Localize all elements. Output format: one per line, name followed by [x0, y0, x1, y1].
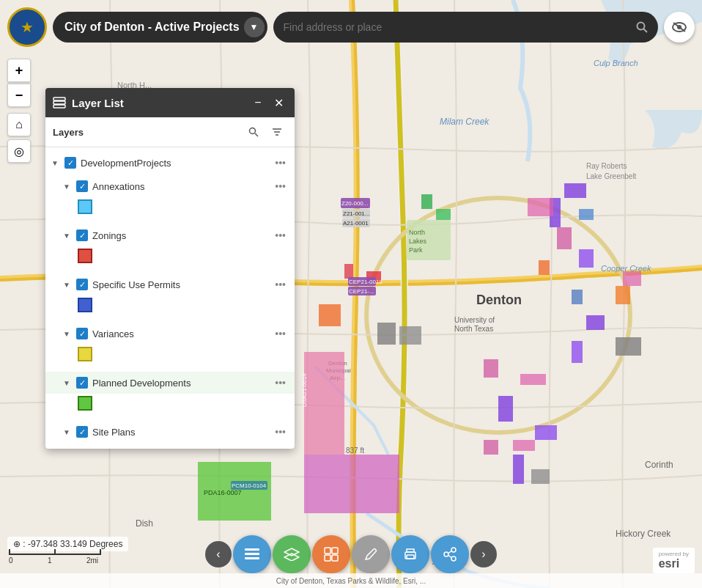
- svg-rect-46: [399, 326, 421, 345]
- layer-row-planned-developments[interactable]: ▼ Planned Developments •••: [45, 372, 295, 394]
- layer-row-development-projects[interactable]: ▼ DevelopmentProjects •••: [45, 152, 295, 174]
- svg-text:A21-0001: A21-0001: [343, 220, 369, 227]
- layer-row-site-plans[interactable]: ▼ Site Plans •••: [45, 421, 295, 443]
- checkbox-site-plans[interactable]: [76, 426, 88, 438]
- svg-text:Culp Branch: Culp Branch: [594, 59, 638, 67]
- grid-icon: [324, 547, 339, 562]
- svg-point-93: [451, 548, 456, 552]
- share-tool-button[interactable]: [431, 535, 469, 573]
- svg-point-95: [444, 552, 448, 556]
- svg-rect-34: [513, 455, 524, 484]
- svg-text:CEP21-0018: CEP21-0018: [349, 279, 383, 285]
- checkbox-development-projects[interactable]: [64, 157, 76, 169]
- checkbox-variances[interactable]: [76, 328, 88, 339]
- filter-layers-button[interactable]: [267, 122, 287, 142]
- svg-rect-27: [564, 183, 586, 198]
- list-tool-button[interactable]: [233, 535, 271, 573]
- checkbox-annexations[interactable]: [76, 180, 88, 192]
- layer-list-header: Layer List − ✕: [45, 88, 295, 117]
- svg-text:North Texas: North Texas: [454, 325, 493, 333]
- svg-text:PCM10-0104: PCM10-0104: [232, 482, 267, 489]
- print-tool-button[interactable]: [391, 535, 429, 573]
- layer-more-annexations[interactable]: •••: [272, 179, 289, 194]
- scale-label-0: 0: [9, 556, 13, 565]
- powered-by-text: powered by: [659, 551, 689, 557]
- svg-rect-35: [528, 198, 553, 216]
- zoom-out-button[interactable]: −: [7, 84, 31, 107]
- expand-arrow-development-projects[interactable]: ▼: [51, 159, 60, 167]
- coordinate-text: ⊕ : -97.348 33.149 Degrees: [13, 539, 122, 549]
- svg-rect-48: [531, 469, 550, 484]
- expand-arrow-variances[interactable]: ▼: [63, 330, 72, 338]
- svg-rect-44: [539, 260, 550, 275]
- svg-rect-52: [421, 194, 432, 209]
- layer-symbol-zonings: [72, 246, 295, 271]
- layer-toolbar-icons: [243, 122, 287, 142]
- layer-more-variances[interactable]: •••: [272, 326, 289, 341]
- svg-line-69: [644, 29, 648, 33]
- layer-more-specific-use-permits[interactable]: •••: [272, 277, 289, 292]
- svg-rect-33: [535, 425, 557, 440]
- title-dropdown-button[interactable]: ▼: [244, 17, 265, 37]
- layer-more-zonings[interactable]: •••: [272, 228, 289, 243]
- prev-button[interactable]: ‹: [205, 541, 232, 567]
- layer-group-planned-developments: ▼ Planned Developments •••: [45, 370, 295, 419]
- svg-text:Ray Roberts: Ray Roberts: [586, 162, 627, 170]
- scale-bar: 0 1 2mi: [9, 549, 101, 565]
- expand-arrow-planned-developments[interactable]: ▼: [63, 379, 72, 387]
- svg-rect-36: [557, 227, 572, 249]
- expand-arrow-site-plans[interactable]: ▼: [63, 428, 72, 436]
- svg-rect-39: [520, 374, 546, 385]
- logo-star: ★: [21, 18, 34, 36]
- layer-group-zonings: ▼ Zonings •••: [45, 223, 295, 272]
- layer-more-site-plans[interactable]: •••: [272, 425, 289, 439]
- search-layers-button[interactable]: [243, 122, 264, 142]
- checkbox-zonings[interactable]: [76, 229, 88, 241]
- search-input[interactable]: [284, 21, 627, 33]
- close-panel-button[interactable]: ✕: [270, 94, 287, 111]
- next-button[interactable]: ›: [470, 541, 497, 567]
- visibility-toggle-button[interactable]: [664, 12, 695, 43]
- layer-more-planned-developments[interactable]: •••: [272, 375, 289, 390]
- minimize-panel-button[interactable]: −: [249, 94, 267, 111]
- checkbox-specific-use-permits[interactable]: [76, 279, 88, 290]
- search-layers-icon: [248, 127, 259, 137]
- svg-text:PDA16-0007: PDA16-0007: [204, 489, 242, 496]
- svg-rect-54: [572, 290, 583, 304]
- left-toolbar: + − ⌂ ◎: [7, 59, 31, 163]
- layers-tool-button[interactable]: [273, 535, 311, 573]
- svg-line-77: [255, 133, 258, 136]
- svg-rect-92: [407, 555, 414, 559]
- svg-rect-91: [407, 549, 414, 552]
- svg-rect-87: [332, 548, 338, 554]
- layers-section-label: Layers: [53, 127, 84, 138]
- edit-tool-button[interactable]: [352, 535, 390, 573]
- search-icon: [636, 21, 648, 33]
- layer-more-development-projects[interactable]: •••: [272, 155, 289, 170]
- layer-list-title: Layer List: [72, 97, 124, 109]
- zonings-symbol-box: [78, 249, 92, 263]
- svg-rect-82: [245, 553, 259, 555]
- expand-arrow-annexations[interactable]: ▼: [63, 183, 72, 191]
- layer-row-zonings[interactable]: ▼ Zonings •••: [45, 224, 295, 246]
- layer-name-development-projects: DevelopmentProjects: [81, 158, 267, 169]
- checkbox-planned-developments[interactable]: [76, 377, 88, 389]
- home-button[interactable]: ⌂: [7, 113, 31, 136]
- zoom-in-button[interactable]: +: [7, 59, 31, 82]
- grid-tool-button[interactable]: [312, 535, 350, 573]
- layer-row-variances[interactable]: ▼ Variances •••: [45, 323, 295, 345]
- layer-row-specific-use-permits[interactable]: ▼ Specific Use Permits •••: [45, 273, 295, 295]
- layer-row-annexations[interactable]: ▼ Annexations •••: [45, 175, 295, 197]
- layer-name-site-plans: Site Plans: [92, 427, 267, 438]
- expand-arrow-specific-use-permits[interactable]: ▼: [63, 281, 72, 289]
- location-button[interactable]: ◎: [7, 139, 31, 163]
- title-bar: City of Denton - Active Projects ▼: [53, 12, 267, 43]
- print-icon: [403, 547, 418, 562]
- svg-rect-88: [325, 555, 330, 561]
- svg-text:Lake Greenbelt: Lake Greenbelt: [586, 172, 637, 180]
- svg-rect-75: [53, 105, 65, 108]
- svg-rect-49: [344, 264, 353, 279]
- expand-arrow-zonings[interactable]: ▼: [63, 232, 72, 240]
- layer-symbol-variances: [72, 345, 295, 369]
- search-button[interactable]: [632, 17, 652, 37]
